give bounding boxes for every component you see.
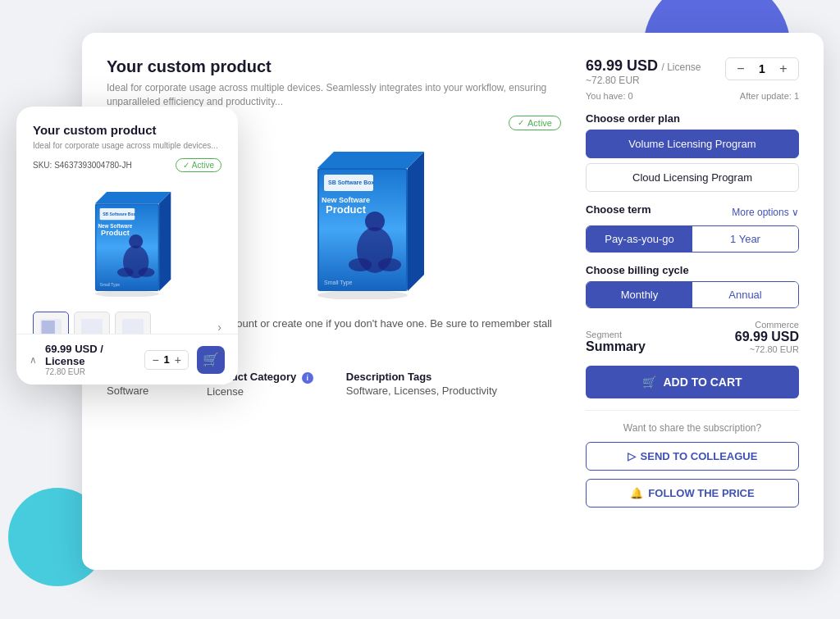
segment-value: Commerce: [735, 320, 799, 330]
mobile-bottom-bar: ∧ 69.99 USD / License 72.80 EUR − 1 + 🛒: [16, 334, 238, 385]
order-plan-section: Choose order plan Volume Licensing Progr…: [586, 112, 799, 192]
stock-row: You have: 0 After update: 1: [586, 91, 799, 101]
monthly-button[interactable]: Monthly: [587, 282, 692, 307]
billing-label: Choose billing cycle: [586, 264, 799, 276]
term-toggle-group: Pay-as-you-go 1 Year: [586, 225, 799, 253]
product-category-value: License: [207, 385, 313, 398]
summary-price-col: Commerce 69.99 USD ~72.80 EUR: [735, 320, 799, 354]
mobile-quantity-decrease-button[interactable]: −: [152, 353, 158, 366]
term-section: Choose term More options ∨ Pay-as-you-go…: [586, 203, 799, 253]
1-year-button[interactable]: 1 Year: [692, 226, 798, 252]
svg-rect-33: [81, 319, 103, 335]
summary-row: Segment Summary Commerce 69.99 USD ~72.8…: [586, 320, 799, 354]
svg-point-12: [349, 258, 372, 271]
svg-marker-6: [408, 152, 424, 291]
product-description: Ideal for corporate usage across multipl…: [107, 81, 561, 109]
share-section: Want to share the subscription? ▷ SEND T…: [586, 422, 799, 507]
price-per: / License: [662, 61, 701, 73]
mobile-cart-button[interactable]: 🛒: [197, 346, 225, 374]
cart-icon: 🛒: [642, 375, 656, 389]
bell-icon: 🔔: [630, 487, 643, 499]
term-label: Choose term: [586, 203, 651, 216]
price-header: 69.99 USD / License ~72.80 EUR − 1 +: [586, 57, 799, 86]
mobile-cart-icon: 🛒: [203, 352, 219, 367]
description-tags-label: Description Tags: [346, 371, 497, 383]
svg-point-26: [117, 267, 134, 276]
mobile-quantity-increase-button[interactable]: +: [175, 353, 181, 366]
quantity-decrease-button[interactable]: −: [734, 61, 747, 76]
info-icon: i: [302, 372, 313, 384]
share-text: Want to share the subscription?: [623, 422, 761, 434]
svg-text:SB Software Box: SB Software Box: [103, 212, 135, 216]
summary-label: Summary: [586, 339, 646, 354]
price-display: 69.99 USD / License ~72.80 EUR: [586, 57, 701, 86]
mobile-product-image: SB Software Box New Software Product Sma…: [33, 184, 221, 298]
more-options-link[interactable]: More options ∨: [732, 207, 799, 218]
mobile-chevron-up-icon[interactable]: ∧: [30, 354, 37, 366]
add-to-cart-button[interactable]: 🛒 ADD TO CART: [586, 366, 799, 398]
svg-text:Product: Product: [101, 229, 130, 237]
product-title: Your custom product: [107, 57, 561, 76]
svg-text:Small Type: Small Type: [324, 280, 353, 286]
mobile-product-title: Your custom product: [33, 123, 221, 137]
mobile-check-icon: ✓: [183, 161, 189, 170]
mobile-product-desc: Ideal for corporate usage across multipl…: [33, 140, 221, 152]
product-type-value: Software: [107, 385, 174, 397]
summary-eur: ~72.80 EUR: [735, 344, 799, 354]
mobile-quantity-value: 1: [164, 353, 170, 366]
price-main-row: 69.99 USD / License: [586, 57, 701, 75]
svg-text:Product: Product: [326, 203, 367, 216]
svg-rect-34: [122, 319, 144, 335]
cloud-licensing-button[interactable]: Cloud Licensing Program: [586, 163, 799, 192]
svg-point-3: [317, 290, 408, 299]
svg-point-27: [139, 267, 155, 276]
follow-price-button[interactable]: 🔔 FOLLOW THE PRICE: [586, 479, 799, 507]
pricing-panel: 69.99 USD / License ~72.80 EUR − 1 + You…: [586, 57, 799, 545]
order-plan-label: Choose order plan: [586, 112, 799, 125]
check-icon: ✓: [518, 118, 524, 127]
follow-price-label: FOLLOW THE PRICE: [648, 487, 754, 499]
price-eur: ~72.80 EUR: [586, 75, 701, 86]
after-update-label: After update: 1: [740, 91, 799, 101]
send-to-colleague-label: SEND TO COLLEAGUE: [641, 450, 758, 462]
svg-text:SB Software Box: SB Software Box: [328, 180, 375, 185]
svg-point-17: [95, 290, 159, 297]
add-to-cart-label: ADD TO CART: [663, 375, 742, 389]
price-main: 69.99 USD: [586, 57, 658, 74]
quantity-control: − 1 +: [725, 57, 799, 80]
mobile-price-col: 69.99 USD / License 72.80 EUR: [45, 343, 136, 376]
pay-as-you-go-button[interactable]: Pay-as-you-go: [587, 226, 692, 252]
svg-rect-32: [42, 321, 55, 334]
annual-button[interactable]: Annual: [692, 282, 798, 307]
svg-marker-5: [317, 152, 424, 168]
send-to-colleague-button[interactable]: ▷ SEND TO COLLEAGUE: [586, 442, 799, 471]
mobile-sku: SKU: S4637393004780-JH: [33, 161, 132, 170]
active-badge: ✓ Active: [509, 116, 561, 130]
you-have-label: You have: 0: [586, 91, 633, 101]
send-icon: ▷: [628, 450, 636, 462]
segment-label: Segment: [586, 330, 646, 339]
svg-point-13: [378, 258, 401, 271]
mobile-quantity-control: − 1 +: [144, 350, 189, 370]
mobile-card: Your custom product Ideal for corporate …: [16, 107, 238, 385]
quantity-value: 1: [754, 62, 770, 75]
divider: [586, 410, 799, 411]
segment-col: Segment Summary: [586, 330, 646, 354]
description-tags-group: Description Tags Software, Licenses, Pro…: [346, 371, 497, 398]
svg-text:Small Type: Small Type: [100, 283, 121, 287]
mobile-price-eur: 72.80 EUR: [45, 367, 136, 376]
billing-section: Choose billing cycle Monthly Annual: [586, 264, 799, 308]
svg-marker-20: [159, 192, 171, 291]
quantity-increase-button[interactable]: +: [777, 61, 790, 76]
svg-marker-19: [95, 192, 171, 203]
volume-licensing-button[interactable]: Volume Licensing Program: [586, 130, 799, 158]
billing-toggle-group: Monthly Annual: [586, 281, 799, 308]
svg-text:New Software: New Software: [98, 223, 132, 229]
description-tags-value: Software, Licenses, Productivity: [346, 385, 497, 397]
term-row: Choose term More options ∨: [586, 203, 799, 221]
mobile-thumbnails-chevron[interactable]: ›: [217, 321, 221, 334]
mobile-price-main: 69.99 USD / License: [45, 343, 136, 367]
mobile-active-badge: ✓ Active: [176, 158, 221, 172]
mobile-sku-row: SKU: S4637393004780-JH ✓ Active: [33, 158, 221, 172]
summary-price: 69.99 USD: [735, 330, 799, 344]
